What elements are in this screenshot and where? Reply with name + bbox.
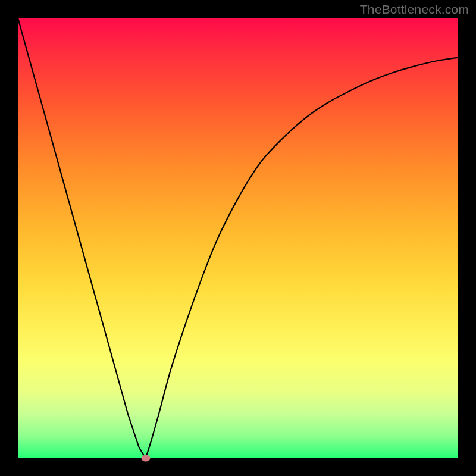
curve-path xyxy=(18,18,458,459)
chart-frame: TheBottleneck.com xyxy=(0,0,476,476)
curve-layer xyxy=(18,18,458,458)
watermark-text: TheBottleneck.com xyxy=(360,2,469,17)
minimum-marker xyxy=(141,455,150,462)
